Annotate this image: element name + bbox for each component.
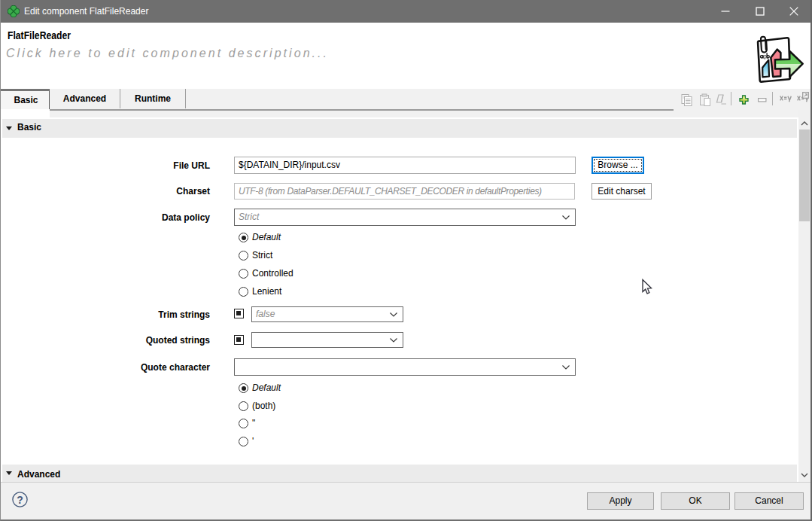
svg-text:?: ? [17, 494, 23, 506]
